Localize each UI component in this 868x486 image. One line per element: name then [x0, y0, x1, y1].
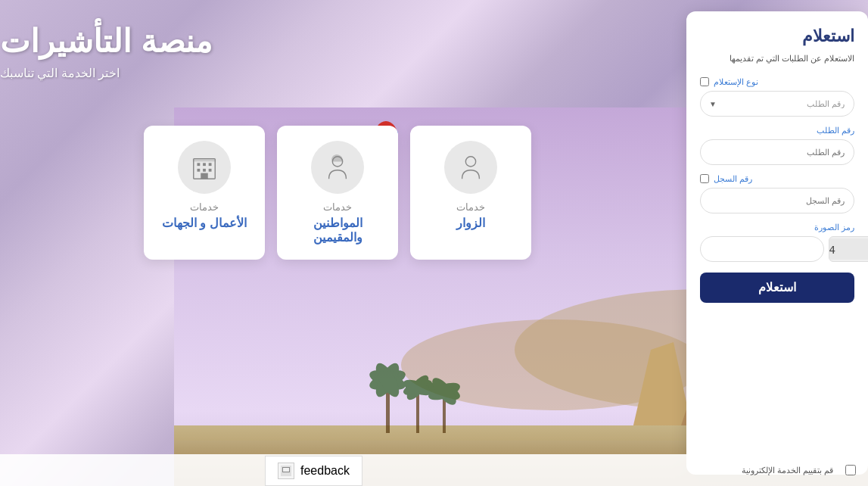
inquiry-type-label: نوع الإستعلام	[700, 77, 854, 87]
visitors-card-title: الزوار	[421, 216, 521, 230]
request-number-label: رقم الطلب	[700, 126, 854, 136]
record-number-input[interactable]	[700, 188, 854, 213]
captcha-group: رمز الصورة 4 7 3 ↻	[700, 223, 854, 262]
record-number-checkbox[interactable]	[700, 174, 709, 183]
inquiry-type-select-wrapper: رقم الطلب ▼	[700, 91, 854, 117]
bottom-text: قم بتقييم الخدمة الإلكترونية	[742, 466, 833, 475]
svg-rect-56	[209, 169, 212, 172]
inquiry-type-select[interactable]: رقم الطلب	[700, 91, 854, 117]
citizens-card-icon-wrapper	[311, 141, 364, 194]
svg-rect-57	[201, 173, 208, 179]
record-number-group: رقم السجل	[700, 174, 854, 213]
citizens-card-services-label: خدمات	[288, 201, 387, 213]
submit-button[interactable]: استعلام	[700, 273, 854, 303]
service-card-citizens[interactable]: خدمات المواطنين والمقيمين	[277, 126, 398, 260]
svg-point-60	[465, 157, 475, 167]
feedback-button[interactable]: feedback	[265, 456, 362, 486]
business-card-title: الأعمال و الجهات	[154, 216, 254, 230]
svg-rect-52	[203, 163, 206, 166]
captcha-image: 4 7 3	[829, 236, 868, 262]
service-card-visitors[interactable]: خدمات الزوار	[410, 126, 531, 260]
person-icon	[456, 153, 485, 182]
svg-rect-58	[193, 159, 216, 162]
svg-rect-54	[198, 169, 201, 172]
svg-rect-53	[209, 163, 212, 166]
inquiry-type-group: نوع الإستعلام رقم الطلب ▼	[700, 77, 854, 117]
form-title: استعلام	[700, 26, 854, 46]
svg-rect-55	[203, 169, 206, 172]
feedback-label: feedback	[300, 464, 350, 478]
main-container: استعلام الاستعلام عن الطلبات التي تم تقد…	[0, 0, 868, 486]
feedback-icon-box	[278, 463, 294, 479]
content-area: منصة التأشيرات اختر الخدمة التي تناسبك	[0, 0, 675, 486]
visitors-card-icon-wrapper	[444, 141, 497, 194]
visitors-card-services-label: خدمات	[421, 201, 521, 213]
inquiry-type-checkbox[interactable]	[700, 77, 709, 86]
captcha-input[interactable]	[700, 236, 824, 262]
hero-title: منصة التأشيرات	[0, 23, 213, 60]
service-cards-container: خدمات الأعمال و الجهات خدمات المواطنين و…	[144, 126, 531, 260]
svg-rect-51	[198, 163, 201, 166]
citizens-card-title: المواطنين والمقيمين	[288, 216, 387, 245]
svg-text:4 7 3: 4 7 3	[829, 244, 835, 256]
bottom-bar: قم بتقييم الخدمة الإلكترونية feedback	[0, 454, 868, 486]
hero-subtitle: اختر الخدمة التي تناسبك	[0, 66, 120, 80]
service-card-business[interactable]: خدمات الأعمال و الجهات	[144, 126, 265, 260]
business-card-services-label: خدمات	[154, 201, 254, 213]
inquiry-form-panel: استعلام الاستعلام عن الطلبات التي تم تقد…	[686, 11, 868, 475]
building-icon	[190, 153, 219, 182]
bottom-checkbox[interactable]	[845, 465, 856, 475]
request-number-input[interactable]	[700, 139, 854, 165]
request-number-group: رقم الطلب	[700, 126, 854, 165]
form-subtitle: الاستعلام عن الطلبات التي تم تقديمها	[700, 52, 854, 65]
person-hijab-icon	[323, 153, 352, 182]
record-number-label: رقم السجل	[700, 174, 854, 184]
business-card-icon-wrapper	[178, 141, 231, 194]
svg-rect-63	[283, 468, 289, 472]
feedback-icon	[281, 466, 291, 476]
captcha-label: رمز الصورة	[700, 223, 854, 232]
captcha-row: 4 7 3 ↻	[700, 236, 854, 262]
